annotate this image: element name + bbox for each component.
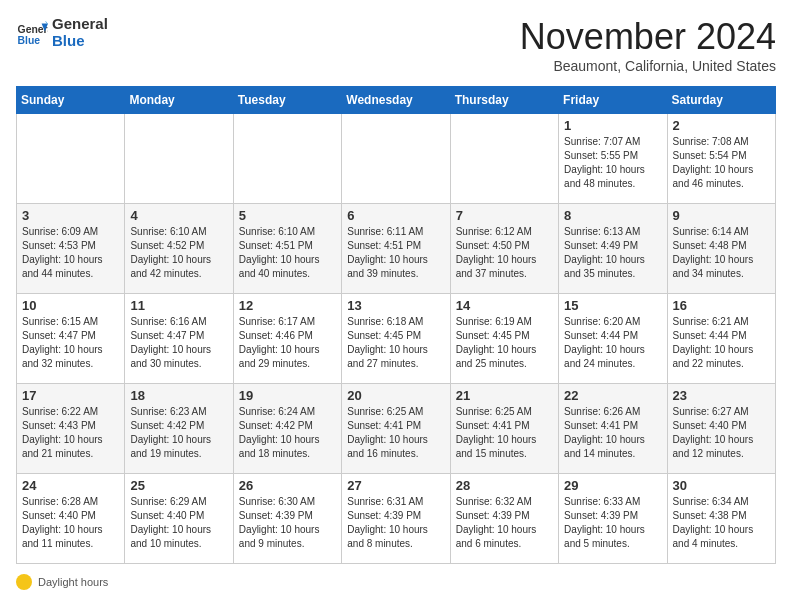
calendar-cell: 19Sunrise: 6:24 AM Sunset: 4:42 PM Dayli… xyxy=(233,384,341,474)
page-header: General Blue General Blue November 2024 … xyxy=(16,16,776,74)
day-number: 14 xyxy=(456,298,553,313)
calendar-cell: 3Sunrise: 6:09 AM Sunset: 4:53 PM Daylig… xyxy=(17,204,125,294)
day-number: 26 xyxy=(239,478,336,493)
day-number: 17 xyxy=(22,388,119,403)
calendar-cell: 24Sunrise: 6:28 AM Sunset: 4:40 PM Dayli… xyxy=(17,474,125,564)
calendar-cell: 7Sunrise: 6:12 AM Sunset: 4:50 PM Daylig… xyxy=(450,204,558,294)
title-block: November 2024 Beaumont, California, Unit… xyxy=(520,16,776,74)
day-number: 8 xyxy=(564,208,661,223)
calendar-cell: 11Sunrise: 6:16 AM Sunset: 4:47 PM Dayli… xyxy=(125,294,233,384)
location-subtitle: Beaumont, California, United States xyxy=(520,58,776,74)
day-info: Sunrise: 6:23 AM Sunset: 4:42 PM Dayligh… xyxy=(130,405,227,461)
calendar-cell xyxy=(450,114,558,204)
calendar-cell: 13Sunrise: 6:18 AM Sunset: 4:45 PM Dayli… xyxy=(342,294,450,384)
day-info: Sunrise: 6:21 AM Sunset: 4:44 PM Dayligh… xyxy=(673,315,770,371)
day-info: Sunrise: 6:16 AM Sunset: 4:47 PM Dayligh… xyxy=(130,315,227,371)
day-number: 23 xyxy=(673,388,770,403)
col-header-sunday: Sunday xyxy=(17,87,125,114)
calendar-cell: 18Sunrise: 6:23 AM Sunset: 4:42 PM Dayli… xyxy=(125,384,233,474)
calendar-cell: 5Sunrise: 6:10 AM Sunset: 4:51 PM Daylig… xyxy=(233,204,341,294)
calendar-cell: 9Sunrise: 6:14 AM Sunset: 4:48 PM Daylig… xyxy=(667,204,775,294)
calendar-cell: 1Sunrise: 7:07 AM Sunset: 5:55 PM Daylig… xyxy=(559,114,667,204)
svg-text:Blue: Blue xyxy=(18,35,41,46)
calendar-cell: 23Sunrise: 6:27 AM Sunset: 4:40 PM Dayli… xyxy=(667,384,775,474)
day-info: Sunrise: 6:34 AM Sunset: 4:38 PM Dayligh… xyxy=(673,495,770,551)
day-info: Sunrise: 6:25 AM Sunset: 4:41 PM Dayligh… xyxy=(347,405,444,461)
day-number: 18 xyxy=(130,388,227,403)
day-number: 11 xyxy=(130,298,227,313)
calendar-cell: 30Sunrise: 6:34 AM Sunset: 4:38 PM Dayli… xyxy=(667,474,775,564)
logo-line1: General xyxy=(52,16,108,33)
day-number: 4 xyxy=(130,208,227,223)
day-info: Sunrise: 6:31 AM Sunset: 4:39 PM Dayligh… xyxy=(347,495,444,551)
calendar-cell: 14Sunrise: 6:19 AM Sunset: 4:45 PM Dayli… xyxy=(450,294,558,384)
day-info: Sunrise: 6:10 AM Sunset: 4:51 PM Dayligh… xyxy=(239,225,336,281)
day-number: 5 xyxy=(239,208,336,223)
day-number: 22 xyxy=(564,388,661,403)
calendar-cell: 20Sunrise: 6:25 AM Sunset: 4:41 PM Dayli… xyxy=(342,384,450,474)
day-number: 25 xyxy=(130,478,227,493)
calendar-cell: 27Sunrise: 6:31 AM Sunset: 4:39 PM Dayli… xyxy=(342,474,450,564)
day-info: Sunrise: 6:20 AM Sunset: 4:44 PM Dayligh… xyxy=(564,315,661,371)
day-info: Sunrise: 6:12 AM Sunset: 4:50 PM Dayligh… xyxy=(456,225,553,281)
day-info: Sunrise: 7:07 AM Sunset: 5:55 PM Dayligh… xyxy=(564,135,661,191)
col-header-wednesday: Wednesday xyxy=(342,87,450,114)
day-info: Sunrise: 6:33 AM Sunset: 4:39 PM Dayligh… xyxy=(564,495,661,551)
day-info: Sunrise: 6:30 AM Sunset: 4:39 PM Dayligh… xyxy=(239,495,336,551)
day-number: 2 xyxy=(673,118,770,133)
col-header-thursday: Thursday xyxy=(450,87,558,114)
day-info: Sunrise: 6:14 AM Sunset: 4:48 PM Dayligh… xyxy=(673,225,770,281)
day-info: Sunrise: 6:24 AM Sunset: 4:42 PM Dayligh… xyxy=(239,405,336,461)
calendar-cell: 22Sunrise: 6:26 AM Sunset: 4:41 PM Dayli… xyxy=(559,384,667,474)
logo-icon: General Blue xyxy=(16,17,48,49)
col-header-tuesday: Tuesday xyxy=(233,87,341,114)
calendar-cell: 29Sunrise: 6:33 AM Sunset: 4:39 PM Dayli… xyxy=(559,474,667,564)
day-number: 30 xyxy=(673,478,770,493)
day-info: Sunrise: 6:10 AM Sunset: 4:52 PM Dayligh… xyxy=(130,225,227,281)
day-info: Sunrise: 6:09 AM Sunset: 4:53 PM Dayligh… xyxy=(22,225,119,281)
day-number: 3 xyxy=(22,208,119,223)
day-number: 24 xyxy=(22,478,119,493)
calendar-cell: 21Sunrise: 6:25 AM Sunset: 4:41 PM Dayli… xyxy=(450,384,558,474)
col-header-saturday: Saturday xyxy=(667,87,775,114)
calendar-cell: 6Sunrise: 6:11 AM Sunset: 4:51 PM Daylig… xyxy=(342,204,450,294)
calendar-table: SundayMondayTuesdayWednesdayThursdayFrid… xyxy=(16,86,776,564)
day-number: 15 xyxy=(564,298,661,313)
calendar-cell xyxy=(233,114,341,204)
day-number: 1 xyxy=(564,118,661,133)
calendar-cell xyxy=(342,114,450,204)
day-number: 27 xyxy=(347,478,444,493)
col-header-friday: Friday xyxy=(559,87,667,114)
day-info: Sunrise: 6:28 AM Sunset: 4:40 PM Dayligh… xyxy=(22,495,119,551)
day-info: Sunrise: 6:13 AM Sunset: 4:49 PM Dayligh… xyxy=(564,225,661,281)
day-info: Sunrise: 6:26 AM Sunset: 4:41 PM Dayligh… xyxy=(564,405,661,461)
day-number: 16 xyxy=(673,298,770,313)
col-header-monday: Monday xyxy=(125,87,233,114)
calendar-cell xyxy=(17,114,125,204)
day-number: 21 xyxy=(456,388,553,403)
day-number: 28 xyxy=(456,478,553,493)
calendar-cell: 25Sunrise: 6:29 AM Sunset: 4:40 PM Dayli… xyxy=(125,474,233,564)
logo-line2: Blue xyxy=(52,33,108,50)
day-info: Sunrise: 6:32 AM Sunset: 4:39 PM Dayligh… xyxy=(456,495,553,551)
calendar-cell: 8Sunrise: 6:13 AM Sunset: 4:49 PM Daylig… xyxy=(559,204,667,294)
calendar-cell: 16Sunrise: 6:21 AM Sunset: 4:44 PM Dayli… xyxy=(667,294,775,384)
sun-icon xyxy=(16,574,32,590)
day-number: 19 xyxy=(239,388,336,403)
calendar-cell: 15Sunrise: 6:20 AM Sunset: 4:44 PM Dayli… xyxy=(559,294,667,384)
day-number: 9 xyxy=(673,208,770,223)
logo: General Blue General Blue xyxy=(16,16,108,49)
calendar-cell: 2Sunrise: 7:08 AM Sunset: 5:54 PM Daylig… xyxy=(667,114,775,204)
calendar-cell: 12Sunrise: 6:17 AM Sunset: 4:46 PM Dayli… xyxy=(233,294,341,384)
calendar-cell: 26Sunrise: 6:30 AM Sunset: 4:39 PM Dayli… xyxy=(233,474,341,564)
day-info: Sunrise: 6:29 AM Sunset: 4:40 PM Dayligh… xyxy=(130,495,227,551)
day-info: Sunrise: 6:25 AM Sunset: 4:41 PM Dayligh… xyxy=(456,405,553,461)
calendar-cell: 10Sunrise: 6:15 AM Sunset: 4:47 PM Dayli… xyxy=(17,294,125,384)
day-number: 12 xyxy=(239,298,336,313)
day-number: 6 xyxy=(347,208,444,223)
day-number: 7 xyxy=(456,208,553,223)
footer-label: Daylight hours xyxy=(38,576,108,588)
day-number: 29 xyxy=(564,478,661,493)
day-info: Sunrise: 6:22 AM Sunset: 4:43 PM Dayligh… xyxy=(22,405,119,461)
calendar-cell xyxy=(125,114,233,204)
